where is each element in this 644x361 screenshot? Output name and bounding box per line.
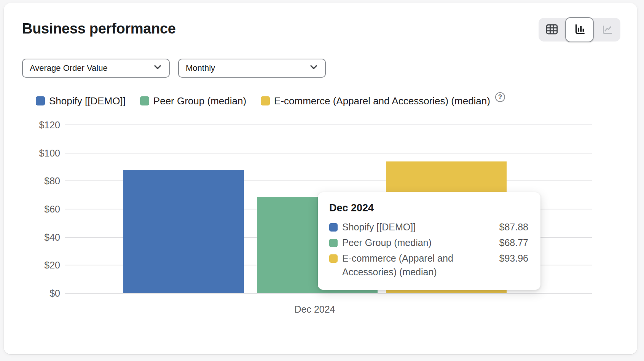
- tooltip-swatch: [329, 254, 338, 263]
- y-axis-tick-label: $100: [4, 147, 60, 159]
- y-axis-tick-label: $120: [4, 119, 60, 131]
- tooltip-title: Dec 2024: [329, 202, 528, 214]
- gridline: [65, 153, 592, 153]
- tooltip-row: Peer Group (median) $68.77: [326, 236, 528, 249]
- y-axis-tick-label: $60: [4, 203, 60, 215]
- y-axis-tick-label: $40: [4, 231, 60, 243]
- tooltip-row: Shopify [[DEMO]] $87.88: [326, 220, 528, 234]
- bar-shopify-demo[interactable]: [123, 170, 244, 293]
- tooltip-series-value: $68.77: [486, 236, 528, 249]
- tooltip-series-value: $87.88: [486, 220, 528, 234]
- bar-chart: $120 $100 $80 $60 $40 $20 $0: [4, 3, 637, 354]
- y-axis-tick-label: $80: [4, 175, 60, 187]
- tooltip-series-value: $93.96: [486, 251, 528, 265]
- y-axis-tick-label: $20: [4, 259, 60, 271]
- x-axis-label: Dec 2024: [258, 304, 372, 315]
- business-performance-card: Business performance: [4, 3, 637, 354]
- tooltip-series-label: Shopify [[DEMO]]: [342, 220, 416, 234]
- tooltip-series-label: Peer Group (median): [342, 236, 432, 249]
- tooltip-row: E-commerce (Apparel and Accessories) (me…: [326, 251, 528, 279]
- tooltip-swatch: [329, 239, 338, 247]
- y-axis-tick-label: $0: [4, 287, 60, 299]
- tooltip-series-label: E-commerce (Apparel and Accessories) (me…: [342, 251, 468, 279]
- gridline: [65, 125, 592, 125]
- tooltip-swatch: [329, 223, 338, 232]
- chart-tooltip: Dec 2024 Shopify [[DEMO]] $87.88 Peer Gr…: [318, 192, 540, 290]
